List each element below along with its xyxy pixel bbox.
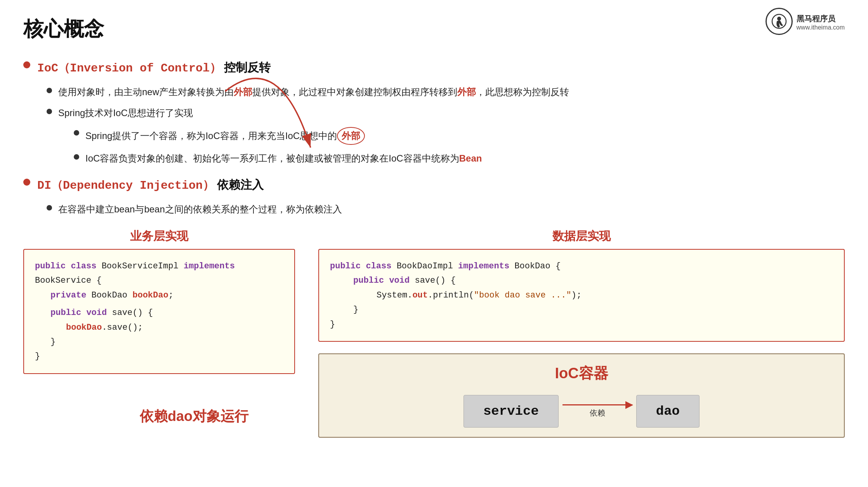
di-title-cn: 依赖注入 <box>217 178 264 191</box>
code-line-2: private BookDao bookDao; <box>50 288 283 303</box>
ioc-sub1-circle: 外部 <box>337 127 365 145</box>
ioc-sub2-bean: Bean <box>459 153 482 163</box>
bullet-dot-di <box>23 179 30 186</box>
di-heading-bullet: DI（Dependency Injection） 依赖注入 <box>23 176 845 195</box>
bullet-dot2-3 <box>74 130 79 136</box>
dl-code-line-3: System.out.println("book dao save ..."); <box>377 288 833 303</box>
logo-brand: 黑马程序员 <box>797 14 845 24</box>
right-panel: 数据层实现 public class BookDaoImpl implement… <box>318 228 845 438</box>
ioc-container-title: IoC容器 <box>330 364 833 383</box>
code-line-4: bookDao.save(); <box>66 320 283 335</box>
logo-website: www.itheima.com <box>797 24 845 31</box>
ioc-desc1-red2: 外部 <box>457 87 476 97</box>
svg-point-1 <box>777 17 781 21</box>
business-layer-label: 业务层实现 <box>23 228 295 244</box>
depend-dao-label: 依赖dao对象运行 <box>140 407 248 426</box>
ioc-sub1-pre: Spring提供了一个容器，称为IoC容器，用来充当IoC思想中的 <box>85 130 337 141</box>
di-title-code: DI（Dependency Injection） <box>37 179 214 192</box>
bullet-dot2-2 <box>47 109 52 114</box>
ioc-sub2-bullet: IoC容器负责对象的创建、初始化等一系列工作，被创建或被管理的对象在IoC容器中… <box>74 151 845 166</box>
ioc-desc1-text: 使用对象时，由主动new产生对象转换为由外部提供对象，此过程中对象创建控制权由程… <box>58 85 569 99</box>
data-layer-code: public class BookDaoImpl implements Book… <box>318 249 845 342</box>
ioc-heading-text: IoC（Inversion of Control） 控制反转 <box>37 58 271 78</box>
depend-arrow: 依赖 <box>559 404 636 418</box>
ioc-sub2-text: IoC容器负责对象的创建、初始化等一系列工作，被创建或被管理的对象在IoC容器中… <box>85 151 482 166</box>
code-line-6: } <box>35 349 283 364</box>
business-layer-code: public class BookServiceImpl implements … <box>23 249 295 374</box>
depend-arrow-label: 依赖 <box>590 408 605 418</box>
code-line-1: public class BookServiceImpl implements … <box>35 259 283 288</box>
ioc-desc1-bullet: 使用对象时，由主动new产生对象转换为由外部提供对象，此过程中对象创建控制权由程… <box>47 85 845 99</box>
page: 核心概念 黑马程序员 www.itheima.com IoC（Inversion… <box>0 0 868 487</box>
ioc-container: IoC容器 service 依赖 dao <box>318 353 845 438</box>
data-layer: 数据层实现 public class BookDaoImpl implement… <box>318 228 845 342</box>
ioc-title-cn: 控制反转 <box>224 61 271 74</box>
di-desc-bullet: 在容器中建立bean与bean之间的依赖关系的整个过程，称为依赖注入 <box>47 202 845 217</box>
business-layer: 业务层实现 public class BookServiceImpl imple… <box>23 228 295 438</box>
dl-code-line-1: public class BookDaoImpl implements Book… <box>330 259 833 273</box>
ioc-desc2-text: Spring技术对IoC思想进行了实现 <box>58 106 193 120</box>
bullet-dot-ioc <box>23 61 30 68</box>
ioc-heading-bullet: IoC（Inversion of Control） 控制反转 <box>23 58 845 78</box>
code-line-3: public void save() { <box>50 306 283 320</box>
data-layer-label: 数据层实现 <box>318 228 845 244</box>
ioc-title-code: IoC（Inversion of Control） <box>37 62 221 75</box>
bullet-dot2-1 <box>47 88 52 93</box>
ioc-sub1-text: Spring提供了一个容器，称为IoC容器，用来充当IoC思想中的外部 <box>85 127 365 145</box>
logo-icon <box>766 8 793 35</box>
di-heading-text: DI（Dependency Injection） 依赖注入 <box>37 176 264 195</box>
ioc-desc1-mid: 提供对象，此过程中对象创建控制权由程序转移到 <box>252 87 457 97</box>
page-title: 核心概念 <box>23 16 104 43</box>
service-dao-row: service 依赖 dao <box>330 395 833 428</box>
code-line-5: } <box>50 335 283 349</box>
ioc-sub2-pre: IoC容器负责对象的创建、初始化等一系列工作，被创建或被管理的对象在IoC容器中… <box>85 153 459 163</box>
bullet-dot2-4 <box>74 154 79 160</box>
service-box: service <box>464 395 559 428</box>
dao-box: dao <box>636 395 700 428</box>
ioc-desc1-red1: 外部 <box>234 87 252 97</box>
di-desc-text: 在容器中建立bean与bean之间的依赖关系的整个过程，称为依赖注入 <box>58 202 342 217</box>
bullet-dot2-5 <box>47 205 52 210</box>
code-section: 业务层实现 public class BookServiceImpl imple… <box>23 228 845 438</box>
ioc-desc1-end: ，此思想称为控制反转 <box>476 87 569 97</box>
dl-code-line-2: public void save() { <box>353 273 833 288</box>
ioc-desc1-pre: 使用对象时，由主动new产生对象转换为由 <box>58 87 234 97</box>
dl-code-line-5: } <box>330 317 833 332</box>
ioc-sub1-bullet: Spring提供了一个容器，称为IoC容器，用来充当IoC思想中的外部 <box>74 127 845 145</box>
dl-code-line-4: } <box>353 303 833 317</box>
ioc-desc2-bullet: Spring技术对IoC思想进行了实现 <box>47 106 845 120</box>
logo-area: 黑马程序员 www.itheima.com <box>766 8 845 35</box>
header: 核心概念 <box>23 16 845 43</box>
